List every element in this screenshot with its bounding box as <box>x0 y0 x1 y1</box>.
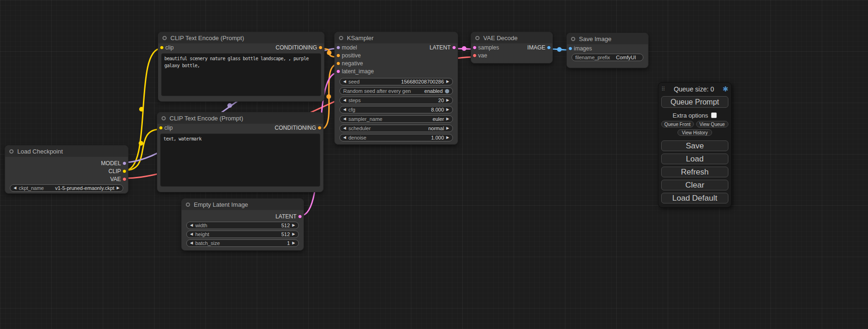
decrement-arrow-icon[interactable]: ◀ <box>343 80 346 84</box>
clip-input-dot[interactable] <box>159 126 163 130</box>
node-title: CLIP Text Encode (Prompt) <box>169 115 243 122</box>
image-output-dot[interactable] <box>547 45 551 49</box>
queue-menu-panel[interactable]: ⠿ Queue size: 0 ✱ Queue Prompt Extra opt… <box>658 82 732 208</box>
collapse-toggle-icon[interactable] <box>9 149 14 154</box>
increment-arrow-icon[interactable]: ▶ <box>292 224 295 227</box>
clear-button[interactable]: Clear <box>661 180 728 190</box>
node-title-bar[interactable]: CLIP Text Encode (Prompt) <box>158 32 324 43</box>
node-title-bar[interactable]: VAE Decode <box>471 32 552 43</box>
node-title-bar[interactable]: KSampler <box>335 32 458 43</box>
steps-widget[interactable]: ◀ steps 20 ▶ <box>339 97 453 104</box>
prev-value-arrow-icon[interactable]: ◀ <box>343 126 346 130</box>
collapse-toggle-icon[interactable] <box>162 116 166 120</box>
collapse-toggle-icon[interactable] <box>186 203 190 207</box>
collapse-toggle-icon[interactable] <box>475 36 480 40</box>
vae-output-dot[interactable] <box>122 177 127 181</box>
view-queue-button[interactable]: View Queue <box>696 121 729 127</box>
prev-value-arrow-icon[interactable]: ◀ <box>14 186 16 190</box>
model-output-dot[interactable] <box>122 161 127 165</box>
collapse-toggle-icon[interactable] <box>571 37 575 41</box>
widget-value: normal <box>428 126 444 131</box>
increment-arrow-icon[interactable]: ▶ <box>446 108 449 112</box>
widget-label: sampler_name <box>348 116 382 122</box>
node-title: Empty Latent Image <box>194 201 248 208</box>
node-graph-canvas[interactable]: Load Checkpoint MODEL CLIP VAE ◀ ckpt_na… <box>0 0 868 329</box>
latent-output-dot[interactable] <box>452 45 456 49</box>
node-ksampler[interactable]: KSampler model LATENT positive negative … <box>334 32 458 145</box>
prev-value-arrow-icon[interactable]: ◀ <box>343 117 346 121</box>
conditioning-output-dot[interactable] <box>318 126 322 130</box>
latent-output-dot[interactable] <box>298 214 302 218</box>
samples-input-dot[interactable] <box>473 45 477 49</box>
height-widget[interactable]: ◀ height 512 ▶ <box>186 231 299 238</box>
collapse-toggle-icon[interactable] <box>339 36 343 40</box>
node-title-bar[interactable]: Save Image <box>567 33 648 44</box>
load-button[interactable]: Load <box>661 154 728 164</box>
decrement-arrow-icon[interactable]: ◀ <box>343 108 346 112</box>
load-default-button[interactable]: Load Default <box>661 193 728 203</box>
node-title-bar[interactable]: Load Checkpoint <box>5 146 128 157</box>
images-input-dot[interactable] <box>568 46 572 50</box>
drag-handle-icon[interactable]: ⠿ <box>661 86 665 92</box>
model-input-dot[interactable] <box>336 45 340 49</box>
vae-input-dot[interactable] <box>473 53 477 57</box>
clip-output-dot[interactable] <box>122 169 127 173</box>
next-value-arrow-icon[interactable]: ▶ <box>117 186 120 190</box>
node-clip-text-encode-positive[interactable]: CLIP Text Encode (Prompt) clip CONDITION… <box>158 32 325 102</box>
random-seed-toggle-widget[interactable]: Random seed after every gen enabled <box>339 87 453 95</box>
width-widget[interactable]: ◀ width 512 ▶ <box>186 222 299 229</box>
decrement-arrow-icon[interactable]: ◀ <box>343 98 346 102</box>
positive-prompt-textarea[interactable]: beautiful scenery nature glass bottle la… <box>161 53 321 96</box>
save-button[interactable]: Save <box>661 140 728 151</box>
negative-prompt-textarea[interactable]: text, watermark <box>160 133 320 187</box>
latent-image-input-dot[interactable] <box>336 69 340 73</box>
node-empty-latent-image[interactable]: Empty Latent Image LATENT ◀ width 512 ▶ … <box>181 198 304 251</box>
node-title-bar[interactable]: CLIP Text Encode (Prompt) <box>157 112 323 124</box>
node-load-checkpoint[interactable]: Load Checkpoint MODEL CLIP VAE ◀ ckpt_na… <box>5 145 128 194</box>
node-vae-decode[interactable]: VAE Decode samples IMAGE vae <box>471 32 553 63</box>
link-midpoint-dot <box>462 46 466 51</box>
increment-arrow-icon[interactable]: ▶ <box>446 136 449 140</box>
node-title-bar[interactable]: Empty Latent Image <box>182 199 303 210</box>
toggle-on-icon[interactable] <box>445 89 449 93</box>
filename-prefix-widget[interactable]: filename_prefix ComfyUI <box>572 54 643 61</box>
ckpt-name-widget[interactable]: ◀ ckpt_name v1-5-pruned-emaonly.ckpt ▶ <box>10 184 123 192</box>
next-value-arrow-icon[interactable]: ▶ <box>446 126 449 130</box>
widget-label: steps <box>348 98 360 103</box>
decrement-arrow-icon[interactable]: ◀ <box>190 232 193 236</box>
slot-row: images <box>567 44 648 52</box>
settings-gear-icon[interactable]: ✱ <box>722 85 728 93</box>
increment-arrow-icon[interactable]: ▶ <box>446 98 449 102</box>
clip-input-label: clip <box>165 44 174 51</box>
positive-input-dot[interactable] <box>336 53 340 57</box>
denoise-widget[interactable]: ◀ denoise 1.000 ▶ <box>339 134 453 141</box>
queue-prompt-button[interactable]: Queue Prompt <box>661 96 728 108</box>
conditioning-output-label: CONDITIONING <box>275 125 316 131</box>
clip-input-dot[interactable] <box>160 45 164 49</box>
decrement-arrow-icon[interactable]: ◀ <box>190 241 193 245</box>
latent-output-label: LATENT <box>430 44 451 51</box>
negative-input-dot[interactable] <box>336 61 340 65</box>
widget-label: Random seed after every gen <box>343 88 411 94</box>
decrement-arrow-icon[interactable]: ◀ <box>190 224 193 227</box>
collapse-toggle-icon[interactable] <box>162 36 167 40</box>
cfg-widget[interactable]: ◀ cfg 8.000 ▶ <box>339 106 453 113</box>
view-history-button[interactable]: View History <box>677 129 712 136</box>
extra-options-checkbox[interactable] <box>711 112 717 118</box>
widget-value: enabled <box>424 88 443 94</box>
batch-size-widget[interactable]: ◀ batch_size 1 ▶ <box>186 239 299 247</box>
queue-front-button[interactable]: Queue Front <box>661 121 694 127</box>
increment-arrow-icon[interactable]: ▶ <box>446 80 449 84</box>
sampler-name-widget[interactable]: ◀ sampler_name euler ▶ <box>339 115 453 123</box>
seed-widget[interactable]: ◀ seed 156680208700286 ▶ <box>339 78 453 85</box>
conditioning-output-dot[interactable] <box>318 45 323 49</box>
increment-arrow-icon[interactable]: ▶ <box>292 241 295 245</box>
node-save-image[interactable]: Save Image images filename_prefix ComfyU… <box>566 33 649 68</box>
decrement-arrow-icon[interactable]: ◀ <box>343 136 346 140</box>
increment-arrow-icon[interactable]: ▶ <box>292 232 295 236</box>
scheduler-widget[interactable]: ◀ scheduler normal ▶ <box>339 125 453 132</box>
slot-row: negative <box>335 59 458 67</box>
node-clip-text-encode-negative[interactable]: CLIP Text Encode (Prompt) clip CONDITION… <box>157 112 324 192</box>
next-value-arrow-icon[interactable]: ▶ <box>446 117 449 121</box>
refresh-button[interactable]: Refresh <box>661 167 728 177</box>
